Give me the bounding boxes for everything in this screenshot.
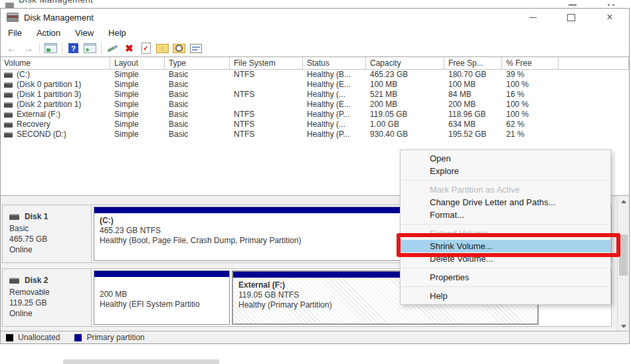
- menu-file[interactable]: File: [1, 27, 29, 39]
- column-header-free-space[interactable]: Free Sp...: [444, 57, 502, 69]
- folder-search-icon[interactable]: [171, 41, 187, 55]
- legend-unallocated: Unallocated: [6, 333, 60, 342]
- volume-icon: [4, 102, 13, 108]
- disk-icon: [9, 278, 19, 284]
- column-header-volume[interactable]: Volume: [1, 57, 110, 69]
- annotation-highlight-box: [397, 233, 620, 257]
- check-mark-document-icon[interactable]: ✓: [137, 41, 154, 55]
- disk-2-state: Online: [9, 308, 91, 319]
- background-window-control-remnant: [608, 4, 610, 6]
- app-icon: [7, 13, 19, 22]
- toolbar-separator: [39, 43, 40, 54]
- unallocated-swatch: [6, 334, 13, 341]
- volume-rows: (C:) Simple Basic NTFS Healthy (B... 465…: [1, 70, 629, 139]
- context-menu-item: Mark Partition as Active: [401, 183, 610, 196]
- action-tools-icon[interactable]: [104, 41, 121, 55]
- toolbar-separator: [62, 43, 62, 54]
- column-header-status[interactable]: Status: [303, 57, 366, 69]
- volume-icon: [4, 132, 13, 137]
- title-bar[interactable]: Disk Management ×: [1, 9, 629, 26]
- background-window-icon: [5, 3, 14, 8]
- help-icon[interactable]: ?: [65, 41, 82, 55]
- toolbar-separator: [101, 43, 102, 54]
- background-window-control-remnant: [569, 4, 577, 6]
- forward-icon[interactable]: →: [20, 41, 37, 55]
- window-title: Disk Management: [24, 13, 94, 23]
- context-menu-item[interactable]: Format...: [401, 209, 610, 221]
- volume-icon: [4, 112, 13, 118]
- legend-primary-partition: Primary partition: [74, 333, 144, 342]
- context-menu: Open Explore Mark Partition as Active Ch…: [400, 149, 611, 305]
- column-header-capacity[interactable]: Capacity: [366, 57, 444, 69]
- column-header-pct-free[interactable]: % Free: [502, 57, 559, 69]
- disk-1-kind: Basic: [9, 223, 91, 234]
- show-console-tree-icon[interactable]: [43, 41, 59, 55]
- context-menu-item[interactable]: Change Drive Letter and Paths...: [401, 196, 610, 209]
- close-button[interactable]: ×: [590, 9, 629, 26]
- context-menu-item: [402, 268, 609, 268]
- background-window-remnant: Disk Management: [0, 0, 631, 8]
- show-action-pane-icon[interactable]: [82, 41, 98, 55]
- table-row[interactable]: (Disk 1 partition 3) Simple Basic NTFS H…: [1, 90, 629, 100]
- column-header-file-system[interactable]: File System: [230, 57, 303, 69]
- disk-1-info-panel[interactable]: Disk 1 Basic 465.75 GB Online: [3, 205, 92, 262]
- disk-1-state: Online: [9, 244, 91, 255]
- volume-icon: [4, 122, 13, 128]
- column-header-type[interactable]: Type: [165, 57, 230, 69]
- vertical-scrollbar[interactable]: [617, 196, 629, 331]
- disk-2-kind: Removable: [9, 287, 91, 298]
- table-row[interactable]: External (F:) Simple Basic NTFS Healthy …: [1, 110, 629, 120]
- legend-bar: Unallocated Primary partition: [1, 331, 629, 343]
- scroll-up-icon[interactable]: [618, 196, 629, 207]
- context-menu-item: [402, 224, 609, 225]
- background-window-title: Disk Management: [19, 0, 93, 5]
- primary-partition-swatch: [74, 334, 82, 341]
- partition-efi[interactable]: 200 MB Healthy (EFI System Partitio: [94, 270, 230, 325]
- disk-2-info-panel[interactable]: Disk 2 Removable 119.25 GB Online: [3, 269, 92, 326]
- disk-icon: [9, 214, 19, 220]
- menu-view[interactable]: View: [68, 27, 101, 39]
- menu-bar: File Action View Help: [1, 26, 629, 40]
- context-menu-item: [402, 286, 609, 287]
- context-menu-item: [402, 180, 609, 181]
- properties-icon[interactable]: [187, 41, 204, 55]
- table-row[interactable]: (C:) Simple Basic NTFS Healthy (B... 465…: [1, 70, 629, 80]
- menu-help[interactable]: Help: [101, 27, 134, 39]
- menu-action[interactable]: Action: [29, 27, 68, 39]
- disk-1-size: 465.75 GB: [9, 234, 91, 244]
- table-row[interactable]: SECOND (D:) Simple Basic NTFS Healthy (P…: [1, 130, 629, 139]
- partition-color-bar: [94, 271, 229, 277]
- volume-icon: [4, 72, 13, 78]
- column-header-empty: [559, 57, 629, 69]
- volume-icon: [4, 82, 13, 88]
- context-menu-item[interactable]: Properties: [401, 271, 610, 284]
- toolbar: ← → ? ✖ ✓ ↑: [1, 40, 629, 57]
- scroll-down-icon[interactable]: [618, 321, 629, 331]
- context-menu-item[interactable]: Open: [401, 152, 610, 165]
- volume-list-header: Volume Layout Type File System Status Ca…: [1, 56, 629, 70]
- disk-2-size: 119.25 GB: [9, 298, 91, 308]
- context-menu-item[interactable]: Help: [401, 290, 610, 302]
- table-row[interactable]: (Disk 0 partition 1) Simple Basic Health…: [1, 80, 629, 90]
- volume-icon: [4, 92, 13, 98]
- table-row[interactable]: (Disk 2 partition 1) Simple Basic Health…: [1, 100, 629, 110]
- back-icon[interactable]: ←: [3, 41, 20, 55]
- folder-up-icon[interactable]: ↑: [154, 41, 171, 55]
- bottom-screen-artifact: [63, 359, 219, 364]
- delete-icon[interactable]: ✖: [121, 41, 137, 55]
- column-header-layout[interactable]: Layout: [110, 57, 165, 69]
- maximize-button[interactable]: [552, 9, 590, 26]
- minimize-button[interactable]: [513, 9, 552, 26]
- table-row[interactable]: Recovery Simple Basic NTFS Healthy (... …: [1, 120, 629, 130]
- context-menu-item[interactable]: Explore: [401, 165, 610, 177]
